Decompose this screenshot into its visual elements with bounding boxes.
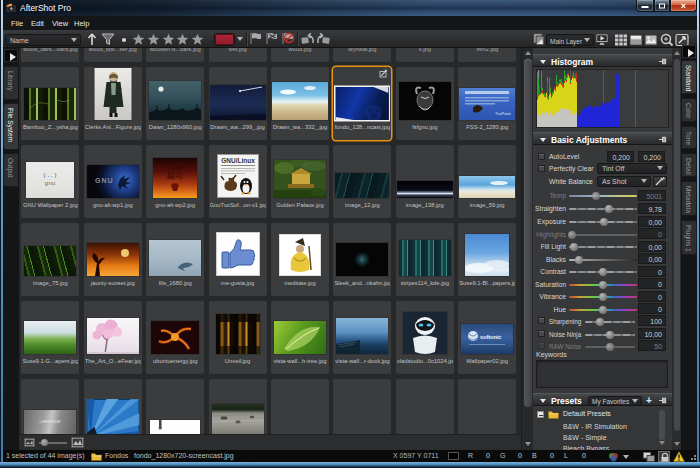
svg-text:大衆: 大衆 xyxy=(167,161,183,171)
svg-text:GNU/Linux: GNU/Linux xyxy=(221,157,255,164)
svg-text:認可: 認可 xyxy=(167,170,183,180)
svg-text:softonic: softonic xyxy=(480,334,501,340)
svg-text:gnu: gnu xyxy=(45,180,56,187)
svg-text:LOREM IPSUM: LOREM IPSUM xyxy=(40,420,62,424)
svg-text:TuxPaint: TuxPaint xyxy=(495,111,512,116)
svg-text:GNU: GNU xyxy=(95,177,114,184)
svg-text:(..): (..) xyxy=(43,172,57,179)
